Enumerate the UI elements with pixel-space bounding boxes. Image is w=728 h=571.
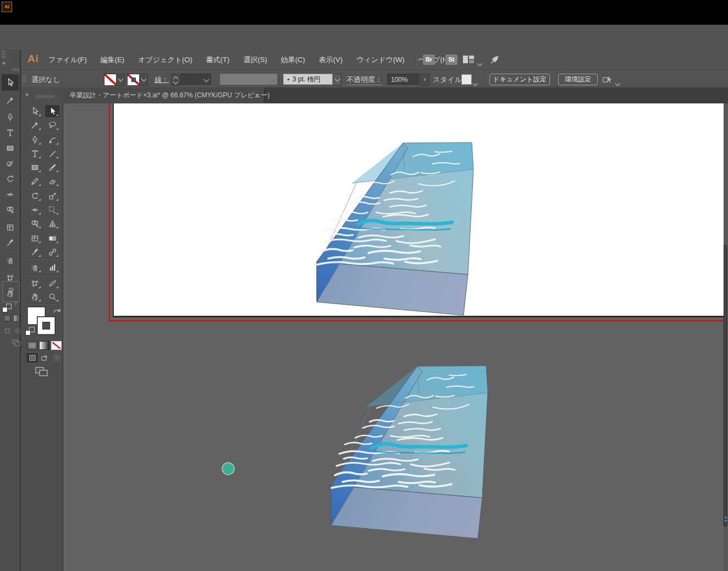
color-mode-button[interactable]: [27, 341, 37, 350]
zoom-tool[interactable]: [45, 290, 59, 303]
magic-wand-tool[interactable]: [27, 119, 42, 131]
swap-fill-stroke-icon[interactable]: [53, 307, 61, 317]
fill-dropdown-chevron-icon[interactable]: [116, 74, 125, 86]
draw-normal-button[interactable]: [26, 353, 38, 363]
mesh-tool[interactable]: [27, 232, 42, 244]
stroke-weight-combo[interactable]: [180, 74, 211, 85]
rectangle-tool[interactable]: [27, 161, 42, 173]
draw-behind-button[interactable]: [38, 353, 50, 363]
line-segment-tool[interactable]: [45, 147, 59, 160]
stroke-color-none[interactable]: [37, 316, 56, 335]
shape-builder-tool[interactable]: [2, 204, 18, 216]
drag-grip-icon[interactable]: [36, 95, 56, 98]
brush-dropdown-chevron-icon[interactable]: [333, 74, 341, 86]
style-chevron-icon[interactable]: [473, 78, 477, 87]
rectangle-tool[interactable]: [2, 142, 18, 154]
scrollbar-thumb[interactable]: [724, 245, 727, 526]
align-options-icon[interactable]: [603, 75, 614, 86]
eyedropper-tool[interactable]: [27, 246, 42, 258]
brush-definition-combo[interactable]: 3 pt. 楕円: [283, 74, 333, 85]
paintbrush-tool[interactable]: [45, 161, 59, 173]
default-fill-stroke-icon[interactable]: [2, 304, 11, 312]
pen-tool[interactable]: [2, 111, 18, 123]
close-tab-icon[interactable]: ×: [255, 87, 259, 103]
menu-object[interactable]: オブジェクト(O): [138, 55, 192, 65]
slice-tool[interactable]: [45, 277, 59, 289]
column-graph-tool[interactable]: [45, 261, 59, 273]
menu-edit[interactable]: 編集(E): [101, 55, 124, 65]
opacity-panel-link[interactable]: 不透明度：: [346, 75, 382, 85]
bridge-button[interactable]: Br: [423, 54, 435, 65]
screen-mode-button[interactable]: [12, 339, 21, 346]
vertical-scrollbar[interactable]: [724, 103, 728, 571]
chevron-down-icon[interactable]: [616, 78, 620, 87]
blend-tool[interactable]: [45, 246, 59, 258]
stroke-dropdown-chevron-icon[interactable]: [139, 74, 148, 86]
gradient-mode-button[interactable]: [39, 341, 49, 350]
curvature-tool[interactable]: [45, 134, 59, 146]
edit-toolbar-placeholder[interactable]: ?: [2, 281, 20, 302]
width-tool[interactable]: [27, 204, 42, 216]
rotate-tool[interactable]: [2, 173, 18, 185]
stock-button[interactable]: St: [445, 54, 457, 65]
stroke-panel-link[interactable]: 線：: [155, 75, 169, 85]
stroke-weight-stepper[interactable]: [171, 74, 180, 86]
lasso-tool[interactable]: [45, 119, 59, 131]
menu-select[interactable]: 選択(S): [243, 55, 267, 65]
shaper-tool[interactable]: [2, 157, 18, 169]
selection-tool[interactable]: [27, 105, 42, 117]
opacity-next-button[interactable]: ›: [420, 74, 429, 86]
eraser-tool[interactable]: [45, 175, 59, 187]
color-mode-button[interactable]: [3, 315, 11, 322]
default-fill-stroke-icon[interactable]: [25, 327, 34, 336]
eyedropper-tool[interactable]: [2, 237, 18, 249]
gradient-tool[interactable]: [45, 232, 59, 244]
scale-tool[interactable]: [45, 190, 59, 202]
menu-view[interactable]: 表示(V): [319, 55, 343, 65]
document-setup-button[interactable]: ドキュメント設定: [489, 74, 550, 85]
collapse-panel-button[interactable]: «: [2, 59, 5, 66]
menu-effect[interactable]: 効果(C): [281, 55, 305, 65]
menu-type[interactable]: 書式(T): [206, 55, 230, 65]
pencil-tool[interactable]: [27, 175, 42, 187]
style-swatch[interactable]: [461, 74, 472, 85]
drag-grip-icon[interactable]: [2, 51, 5, 59]
preferences-button[interactable]: 環境設定: [558, 74, 598, 85]
chevron-down-icon[interactable]: [478, 58, 482, 68]
drag-grip-icon[interactable]: [23, 75, 26, 84]
selection-tool[interactable]: [2, 74, 19, 91]
direct-selection-tool[interactable]: [45, 105, 59, 117]
workspace-switcher-icon[interactable]: [462, 55, 475, 66]
menu-window[interactable]: ウィンドウ(W): [356, 55, 404, 65]
illustrator-taskbar-icon[interactable]: Ai: [2, 2, 12, 12]
type-tool[interactable]: [2, 127, 18, 139]
stroke-swatch-none[interactable]: [127, 74, 140, 86]
magic-wand-tool[interactable]: [2, 94, 18, 106]
mesh-tool[interactable]: [2, 221, 18, 233]
gpu-performance-rocket-icon[interactable]: [489, 54, 500, 67]
collapse-panel-button[interactable]: «: [25, 91, 29, 97]
draw-normal-button[interactable]: [3, 327, 11, 334]
menu-file[interactable]: ファイル(F): [48, 55, 87, 65]
fill-swatch-none[interactable]: [104, 74, 117, 86]
drag-grip-icon[interactable]: [12, 68, 19, 71]
none-mode-button-active[interactable]: [51, 341, 62, 350]
pen-tool[interactable]: [27, 134, 42, 146]
width-tool[interactable]: [2, 188, 18, 200]
hand-tool[interactable]: [27, 290, 42, 303]
opacity-value-field[interactable]: 100%: [387, 74, 419, 85]
type-tool[interactable]: [27, 147, 42, 160]
perspective-grid-tool[interactable]: [45, 217, 59, 229]
document-tab[interactable]: 卒業設計・アートボード×3.ai* @ 66.67% (CMYK/GPU プレビ…: [63, 87, 264, 103]
shape-builder-tool[interactable]: [27, 217, 42, 229]
illustrator-logo[interactable]: Ai: [27, 53, 38, 65]
artboard-tool[interactable]: [27, 277, 42, 289]
draw-behind-button[interactable]: [13, 327, 21, 334]
symbol-sprayer-tool[interactable]: [27, 261, 42, 273]
document-canvas[interactable]: [63, 103, 728, 571]
free-transform-tool[interactable]: [45, 204, 59, 216]
gradient-mode-button[interactable]: [13, 315, 21, 322]
screen-mode-button[interactable]: [35, 367, 49, 379]
rotate-tool[interactable]: [27, 190, 42, 202]
symbol-sprayer-tool[interactable]: [2, 254, 18, 266]
